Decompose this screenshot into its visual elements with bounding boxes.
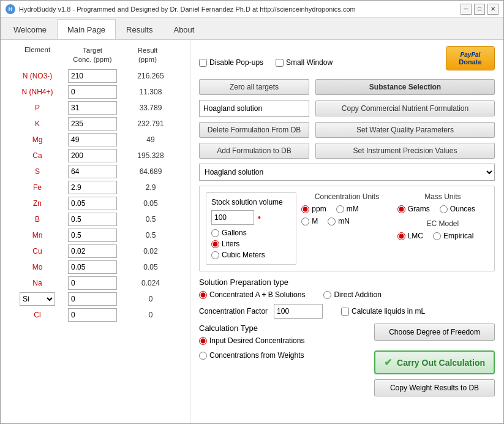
top-buttons-row: Zero all targets Substance Selection — [199, 79, 495, 95]
grams-radio[interactable] — [397, 205, 405, 213]
element-result: 0.05 — [123, 199, 172, 208]
cubic-meters-label: Cubic Meters — [222, 251, 265, 259]
empirical-radio-label[interactable]: Empirical — [433, 232, 473, 240]
maximize-button[interactable]: □ — [474, 4, 485, 15]
conc-ab-radio-label[interactable]: Concentrated A + B Solutions — [199, 290, 305, 299]
m-radio-label[interactable]: M — [301, 217, 318, 225]
element-target-input[interactable] — [68, 197, 117, 210]
cubic-meters-radio[interactable] — [211, 251, 219, 259]
cubic-meters-radio-label[interactable]: Cubic Meters — [211, 251, 291, 259]
minimize-button[interactable]: ─ — [461, 4, 472, 15]
formulation-row: Copy Commercial Nutrient Formulation — [199, 100, 495, 117]
delete-water-row: Delete Formulation From DB Set Water Qua… — [199, 122, 495, 138]
empirical-radio[interactable] — [433, 232, 441, 240]
paypal-label-bottom: Donate — [459, 58, 481, 66]
tab-main-page[interactable]: Main Page — [57, 19, 116, 39]
carry-out-calculation-button[interactable]: ✔ Carry Out Calculation — [374, 350, 495, 374]
element-row: Cl0 — [13, 308, 184, 322]
element-target-input[interactable] — [68, 69, 117, 83]
element-result: 0.024 — [123, 279, 172, 287]
zero-all-targets-button[interactable]: Zero all targets — [199, 79, 309, 95]
direct-addition-radio[interactable] — [323, 291, 331, 299]
lmc-radio-label[interactable]: LMC — [397, 232, 423, 240]
paypal-donate-button[interactable]: PayPal Donate — [446, 46, 495, 70]
tab-welcome[interactable]: Welcome — [3, 20, 57, 39]
stock-volume-input[interactable] — [211, 210, 254, 225]
gallons-label: Gallons — [222, 229, 247, 237]
conc-ab-radio[interactable] — [199, 291, 207, 299]
conc-from-weights-radio[interactable] — [199, 352, 207, 360]
calc-liquids-checkbox[interactable] — [341, 308, 349, 316]
element-target-input[interactable] — [68, 213, 117, 226]
element-name: Na — [13, 279, 62, 287]
element-row: N (NH4+)11.308 — [13, 85, 184, 99]
ounces-radio[interactable] — [440, 205, 448, 213]
liters-radio-label[interactable]: Liters — [211, 240, 291, 248]
mn-radio[interactable] — [328, 218, 336, 225]
element-target-input[interactable] — [68, 133, 117, 146]
gallons-radio-label[interactable]: Gallons — [211, 229, 291, 237]
mm-radio[interactable] — [336, 205, 344, 213]
element-target-input[interactable] — [68, 229, 117, 242]
mass-row: Grams Ounces — [397, 205, 488, 213]
copy-commercial-button[interactable]: Copy Commercial Nutrient Formulation — [315, 100, 495, 116]
substance-selection-button[interactable]: Substance Selection — [315, 79, 495, 95]
set-instrument-button[interactable]: Set Instrument Precision Values — [315, 143, 495, 159]
small-window-label: Small Window — [286, 58, 333, 67]
ppm-radio[interactable] — [301, 205, 309, 213]
si-select[interactable]: SiSi2 — [20, 292, 55, 306]
disable-popups-checkbox[interactable]: Disable Pop-ups — [199, 58, 263, 67]
element-target-input[interactable] — [68, 117, 117, 131]
tab-about[interactable]: About — [163, 20, 205, 39]
conc-from-weights-label: Concentrations from Weights — [209, 351, 304, 360]
choose-degree-button[interactable]: Choose Degree of Freedom — [374, 324, 495, 341]
element-result: 64.689 — [123, 167, 172, 176]
direct-addition-radio-label[interactable]: Direct Addition — [323, 290, 381, 299]
ppm-radio-label[interactable]: ppm — [301, 205, 326, 213]
direct-addition-label: Direct Addition — [334, 290, 381, 299]
close-button[interactable]: ✕ — [487, 4, 498, 15]
mn-radio-label[interactable]: mN — [328, 217, 350, 225]
lmc-radio[interactable] — [397, 232, 405, 240]
formulation-name-input[interactable] — [199, 100, 309, 117]
calc-bottom: Calculation Type Input Desired Concentra… — [199, 324, 495, 396]
element-target-input[interactable] — [68, 85, 117, 99]
element-name: Cu — [13, 247, 62, 256]
disable-popups-input[interactable] — [199, 59, 207, 67]
add-formulation-button[interactable]: Add Formulation to DB — [199, 143, 309, 159]
element-target-input[interactable] — [68, 292, 117, 306]
calc-liquids-label[interactable]: Calculate liquids in mL — [341, 307, 425, 316]
checkmark-icon: ✔ — [384, 357, 392, 368]
grams-radio-label[interactable]: Grams — [397, 205, 430, 213]
element-target-input[interactable] — [68, 244, 117, 258]
element-target-input[interactable] — [68, 181, 117, 194]
mm-radio-label[interactable]: mM — [336, 205, 359, 213]
element-name: K — [13, 119, 62, 128]
m-radio[interactable] — [301, 218, 309, 225]
element-target-input[interactable] — [68, 165, 117, 178]
tab-results[interactable]: Results — [116, 20, 163, 39]
ounces-radio-label[interactable]: Ounces — [440, 205, 475, 213]
element-target-input[interactable] — [68, 308, 117, 322]
element-row: Fe2.9 — [13, 181, 184, 194]
element-target-input[interactable] — [68, 276, 117, 290]
input-desired-radio[interactable] — [199, 337, 207, 345]
small-window-checkbox[interactable]: Small Window — [276, 58, 333, 67]
header-result: Result(ppm) — [123, 46, 172, 64]
liters-radio[interactable] — [211, 240, 219, 248]
copy-weight-results-button[interactable]: Copy Weight Results to DB — [374, 379, 495, 396]
element-header: Element TargetConc. (ppm) Result(ppm) — [13, 46, 184, 67]
element-name: N (NH4+) — [13, 88, 62, 96]
input-desired-radio-label[interactable]: Input Desired Concentrations — [199, 336, 362, 345]
gallons-radio[interactable] — [211, 229, 219, 237]
element-target-input[interactable] — [68, 101, 117, 115]
conc-factor-input[interactable] — [274, 304, 323, 319]
element-target-input[interactable] — [68, 260, 117, 274]
small-window-input[interactable] — [276, 59, 284, 67]
conc-from-weights-radio-label[interactable]: Concentrations from Weights — [199, 351, 362, 360]
formulation-select[interactable]: Hoagland solution Custom Knop solution — [199, 164, 495, 181]
set-water-quality-button[interactable]: Set Water Quality Parameters — [315, 122, 495, 138]
element-target-input[interactable] — [68, 149, 117, 162]
delete-formulation-button[interactable]: Delete Formulation From DB — [199, 122, 309, 138]
ec-row: LMC Empirical — [397, 232, 488, 240]
